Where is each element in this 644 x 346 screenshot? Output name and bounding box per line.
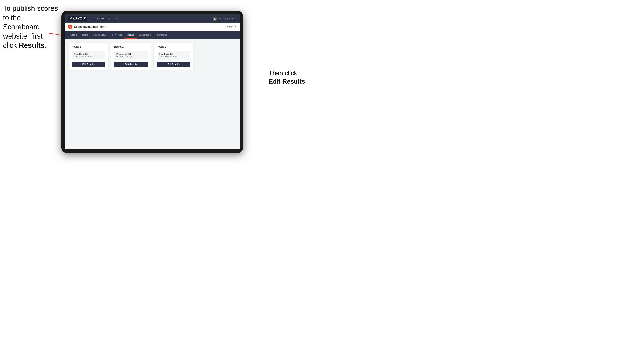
round-3-title: Round 3 [157,45,190,48]
nav-right: Test User | Sign out [213,16,236,20]
tab-teams[interactable]: Teams [80,31,90,39]
round-2-course-detail: Gold (M) (7010 yds) [116,55,146,58]
tab-results[interactable]: Results [124,31,137,39]
user-icon [213,16,217,20]
nav-link-teams[interactable]: TEAMS [114,17,122,20]
tab-course-setup[interactable]: Course Setup [90,31,108,39]
round-2-course-name: Peachtree GC [116,52,146,55]
logo-box: SCOREBOARD Powered by clippd [68,16,88,21]
edit-results-button-round-2[interactable]: Edit Results [114,62,148,67]
round-3-course-detail: Gold (M) (7010 yds) [159,55,188,58]
nav-link-tournaments[interactable]: TOURNAMENTS [92,17,110,20]
logo-sub: Powered by clippd [72,19,84,20]
tournament-icon: C [68,25,72,29]
nav-links: TOURNAMENTS TEAMS [92,17,212,20]
tab-details[interactable]: Details [68,31,80,39]
user-text: Test User | [218,17,228,20]
rounds-grid: Round 1 Peachtree GC Gold (M) (7010 yds)… [69,43,236,70]
tournament-name: Clippd Invitational (Mini) [74,25,106,28]
round-3-course-name: Peachtree GC [159,52,188,55]
tab-leaderboards[interactable]: Leaderboards [137,31,155,39]
tablet-device: SCOREBOARD Powered by clippd TOURNAMENTS… [61,11,243,153]
round-1-course-card: Peachtree GC Gold (M) (7010 yds) [72,51,106,60]
edit-results-button-round-3[interactable]: Edit Results [157,62,190,67]
tablet-screen: SCOREBOARD Powered by clippd TOURNAMENTS… [65,14,240,150]
signout-link[interactable]: Sign out [229,17,236,20]
round-1-title: Round 1 [72,45,106,48]
logo-main: SCOREBOARD [70,17,86,19]
tab-tee-groups[interactable]: Tee Groups [108,31,124,39]
round-3-card: Round 3 Peachtree GC Gold (M) (7010 yds)… [154,43,193,70]
main-content: Round 1 Peachtree GC Gold (M) (7010 yds)… [65,39,240,150]
instruction-click-text: click [3,41,19,49]
tournament-title-row: C Clippd Invitational (Mini) [68,25,106,29]
round-2-course-card: Peachtree GC Gold (M) (7010 yds) [114,51,148,60]
round-1-card: Round 1 Peachtree GC Gold (M) (7010 yds)… [69,43,108,70]
round-1-course-name: Peachtree GC [74,52,103,55]
round-2-card: Round 2 Peachtree GC Gold (M) (7010 yds)… [111,43,151,70]
round-2-title: Round 2 [114,45,148,48]
top-nav: SCOREBOARD Powered by clippd TOURNAMENTS… [65,14,240,23]
round-3-course-card: Peachtree GC Gold (M) (7010 yds) [157,51,190,60]
svg-point-2 [214,18,215,19]
tournament-header: C Clippd Invitational (Mini) Cancel ✕ [65,23,240,31]
cancel-button[interactable]: Cancel ✕ [227,26,236,28]
tab-bar: Details Teams Course Setup Tee Groups Re… [65,31,240,39]
close-icon: ✕ [235,26,236,28]
instruction-right: Then click Edit Results. [268,69,316,86]
edit-results-button-round-1[interactable]: Edit Results [72,62,106,67]
instruction-left: To publish scores to the Scoreboard webs… [3,4,58,50]
round-4-card-empty [196,43,236,70]
round-1-course-detail: Gold (M) (7010 yds) [74,55,103,58]
logo-area: SCOREBOARD Powered by clippd [68,16,88,21]
tab-printables[interactable]: Printables [155,31,169,39]
